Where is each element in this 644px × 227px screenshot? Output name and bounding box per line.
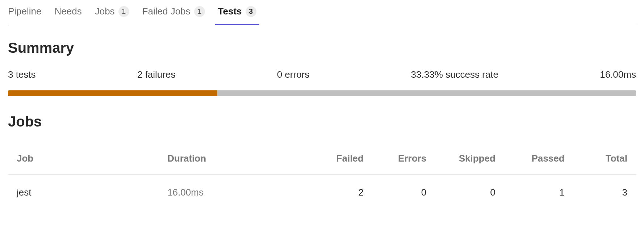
tab-badge: 3 bbox=[246, 6, 256, 17]
summary-failures-count: 2 failures bbox=[137, 69, 176, 80]
tab-jobs[interactable]: Jobs 1 bbox=[95, 6, 129, 17]
cell-errors: 0 bbox=[372, 175, 435, 211]
tab-badge: 1 bbox=[118, 6, 129, 17]
summary-errors-count: 0 errors bbox=[277, 69, 310, 80]
summary-progress-fill bbox=[8, 90, 217, 96]
table-row[interactable]: jest 16.00ms 2 0 0 1 3 bbox=[8, 175, 636, 211]
cell-duration: 16.00ms bbox=[159, 175, 309, 211]
summary-tests-count: 3 tests bbox=[8, 69, 36, 80]
tab-tests[interactable]: Tests 3 bbox=[218, 6, 256, 17]
tab-label: Needs bbox=[55, 6, 82, 17]
tab-needs[interactable]: Needs bbox=[55, 6, 82, 17]
jobs-table: Job Duration Failed Errors Skipped Passe… bbox=[8, 143, 636, 210]
col-passed: Passed bbox=[504, 143, 573, 175]
summary-stats: 3 tests 2 failures 0 errors 33.33% succe… bbox=[8, 69, 636, 80]
col-total: Total bbox=[573, 143, 636, 175]
tab-pipeline[interactable]: Pipeline bbox=[8, 6, 42, 17]
summary-duration: 16.00ms bbox=[600, 69, 636, 80]
tab-label: Jobs bbox=[95, 6, 115, 17]
tab-label: Pipeline bbox=[8, 6, 42, 17]
cell-skipped: 0 bbox=[435, 175, 504, 211]
col-skipped: Skipped bbox=[435, 143, 504, 175]
table-header-row: Job Duration Failed Errors Skipped Passe… bbox=[8, 143, 636, 175]
jobs-heading: Jobs bbox=[8, 113, 636, 130]
col-duration: Duration bbox=[159, 143, 309, 175]
cell-failed: 2 bbox=[309, 175, 372, 211]
col-failed: Failed bbox=[309, 143, 372, 175]
cell-job-name: jest bbox=[8, 175, 159, 211]
tabs-bar: Pipeline Needs Jobs 1 Failed Jobs 1 Test… bbox=[8, 0, 636, 25]
cell-total: 3 bbox=[573, 175, 636, 211]
col-errors: Errors bbox=[372, 143, 435, 175]
col-job: Job bbox=[8, 143, 159, 175]
tab-badge: 1 bbox=[194, 6, 205, 17]
summary-progress-bar bbox=[8, 90, 636, 96]
tab-label: Failed Jobs bbox=[142, 6, 191, 17]
tab-label: Tests bbox=[218, 6, 242, 17]
summary-heading: Summary bbox=[8, 40, 636, 56]
summary-success-rate: 33.33% success rate bbox=[411, 69, 498, 80]
tab-failed-jobs[interactable]: Failed Jobs 1 bbox=[142, 6, 205, 17]
cell-passed: 1 bbox=[504, 175, 573, 211]
